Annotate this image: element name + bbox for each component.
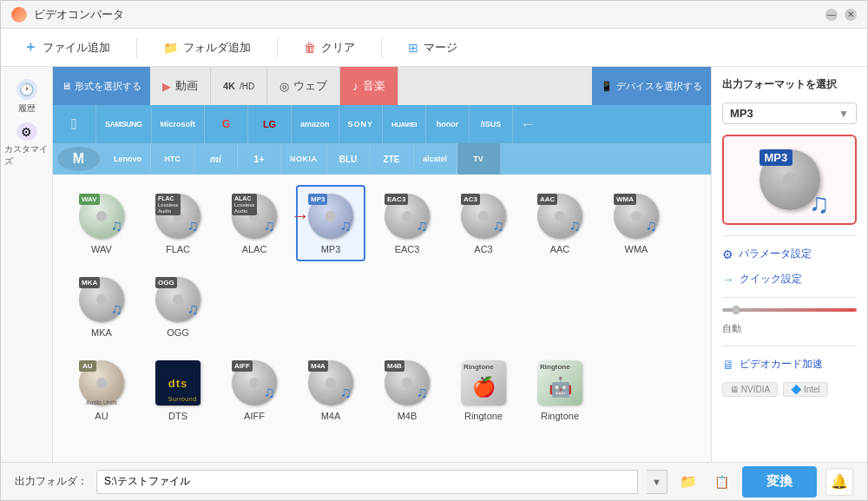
mka-note: ♫ bbox=[111, 300, 123, 319]
m4a-badge: M4A bbox=[308, 360, 328, 372]
au-sub: Audio Units bbox=[79, 399, 124, 405]
brand-oneplus[interactable]: 1+ bbox=[238, 143, 281, 175]
brand-amazon[interactable]: amazon bbox=[292, 105, 339, 143]
format-item-eac3[interactable]: EAC3 ♫ EAC3 bbox=[372, 185, 442, 261]
brand-tv[interactable]: TV bbox=[457, 143, 501, 175]
tab-4khd[interactable]: 4K /HD bbox=[211, 67, 267, 105]
format-item-dts[interactable]: dts Surround DTS bbox=[143, 352, 213, 428]
mp3-icon: → MP3 ♫ bbox=[306, 192, 355, 241]
wma-label: WMA bbox=[625, 244, 648, 254]
quick-settings-row[interactable]: → クイック設定 bbox=[722, 272, 857, 287]
au-label: AU bbox=[95, 411, 108, 421]
param-icon: ⚙ bbox=[722, 247, 733, 261]
mka-label: MKA bbox=[91, 327, 112, 338]
ogg-label: OGG bbox=[167, 327, 189, 338]
copy-path-button[interactable]: 📋 bbox=[709, 470, 733, 494]
m4b-badge: M4B bbox=[385, 360, 404, 372]
format-item-ringtone-ios[interactable]: Ringtone 🍎 Ringtone bbox=[449, 352, 518, 428]
format-item-wma[interactable]: WMA ♫ WMA bbox=[602, 185, 671, 261]
close-button[interactable]: ✕ bbox=[845, 9, 857, 21]
convert-button[interactable]: 変換 bbox=[742, 466, 817, 498]
rp-divider-1 bbox=[722, 235, 857, 236]
brand-motorola[interactable]: M bbox=[57, 147, 101, 171]
format-select-row[interactable]: MP3 ▼ bbox=[722, 102, 857, 124]
brand-sony[interactable]: SONY bbox=[339, 105, 384, 143]
brand-mi[interactable]: mi bbox=[194, 143, 238, 175]
dropdown-arrow-icon: ▼ bbox=[838, 108, 849, 120]
brand-microsoft[interactable]: Microsoft bbox=[152, 105, 206, 143]
app-icon bbox=[11, 7, 27, 23]
format-item-alac[interactable]: ALACLosslessAudio ♫ ALAC bbox=[220, 185, 289, 261]
param-settings-row[interactable]: ⚙ パラメータ設定 bbox=[722, 247, 857, 261]
brand-alcatel[interactable]: alcatel bbox=[414, 143, 457, 175]
format-item-aiff[interactable]: AIFF ♫ AIFF bbox=[220, 352, 289, 428]
ringtone-ios-symbol: 🍎 bbox=[472, 376, 496, 399]
clear-button[interactable]: 🗑 クリア bbox=[295, 35, 364, 61]
gpu-accel-row[interactable]: 🖥 ビデオカード加速 bbox=[722, 357, 857, 372]
mka-icon: MKA ♫ bbox=[77, 275, 126, 324]
history-icon: 🕐 bbox=[16, 79, 37, 100]
tab-video[interactable]: ▶ 動画 bbox=[150, 67, 211, 105]
brand-nokia[interactable]: NOKIA bbox=[281, 143, 327, 175]
wma-note: ♫ bbox=[646, 217, 658, 235]
format-item-flac[interactable]: FLACLosslessAudio ♫ FLAC bbox=[143, 185, 213, 261]
path-dropdown-button[interactable]: ▼ bbox=[647, 470, 667, 494]
mp3-preview-icon: MP3 ♫ bbox=[755, 145, 825, 214]
brand-zte[interactable]: ZTE bbox=[371, 143, 414, 175]
ac3-badge: AC3 bbox=[461, 194, 480, 205]
brand-google[interactable]: G bbox=[205, 105, 248, 143]
alac-note: ♫ bbox=[264, 217, 276, 235]
merge-button[interactable]: ⊞ マージ bbox=[399, 35, 466, 61]
format-item-wav[interactable]: WAV ♫ WAV bbox=[67, 185, 136, 261]
slider-row[interactable] bbox=[722, 308, 857, 312]
brand-honor[interactable]: honor bbox=[426, 105, 470, 143]
browse-folder-button[interactable]: 📁 bbox=[676, 470, 700, 494]
format-item-m4a[interactable]: M4A ♫ M4A bbox=[296, 352, 365, 428]
brand-lg[interactable]: LG bbox=[248, 105, 292, 143]
add-file-button[interactable]: ＋ ファイル追加 bbox=[15, 33, 119, 62]
brand-htc[interactable]: HTC bbox=[151, 143, 194, 175]
gpu-icon: 🖥 bbox=[722, 358, 734, 372]
4khd-label: 4K bbox=[223, 81, 235, 91]
aiff-note: ♫ bbox=[264, 384, 276, 402]
right-panel: 出力フォーマットを選択 MP3 ▼ MP3 ♫ ⚙ パラメータ設定 bbox=[711, 67, 867, 462]
brand-lenovo[interactable]: Lenovo bbox=[105, 143, 151, 175]
format-item-m4b[interactable]: M4B ♫ M4B bbox=[372, 352, 442, 428]
slider-thumb[interactable] bbox=[732, 306, 740, 314]
minimize-button[interactable]: — bbox=[825, 9, 838, 21]
video-icon: ▶ bbox=[162, 80, 171, 93]
add-folder-button[interactable]: 📁 フォルダ追加 bbox=[155, 35, 260, 61]
quick-settings-label: クイック設定 bbox=[740, 272, 802, 287]
brand-samsung[interactable]: SAMSUNG bbox=[96, 105, 152, 143]
format-item-mp3[interactable]: → MP3 ♫ MP3 bbox=[296, 185, 365, 261]
flac-badge: FLACLosslessAudio bbox=[155, 194, 181, 215]
format-item-au[interactable]: AU Audio Units AU bbox=[67, 352, 136, 428]
app-title: ビデオコンバータ bbox=[34, 7, 124, 23]
plus-icon: ＋ bbox=[23, 38, 37, 56]
brand-blu[interactable]: BLU bbox=[327, 143, 371, 175]
format-item-aac[interactable]: AAC ♫ AAC bbox=[525, 185, 595, 261]
dts-icon: dts Surround bbox=[154, 359, 202, 407]
sidebar-item-customize[interactable]: ⚙ カスタマイズ bbox=[4, 122, 49, 168]
wma-icon: WMA ♫ bbox=[612, 192, 661, 241]
format-item-mka[interactable]: MKA ♫ MKA bbox=[67, 268, 136, 345]
ringtone-android-label: Ringtone bbox=[541, 411, 579, 421]
dts-surround-text: Surround bbox=[168, 396, 197, 402]
ac3-label: AC3 bbox=[474, 244, 492, 254]
quality-slider[interactable] bbox=[722, 308, 857, 312]
tab-audio[interactable]: ♪ 音楽 bbox=[340, 67, 398, 105]
video-label: 動画 bbox=[175, 78, 198, 94]
brand-huawei[interactable]: HUAWEI bbox=[383, 105, 426, 143]
format-item-ogg[interactable]: OGG ♫ OGG bbox=[143, 268, 213, 345]
ringtone-android-symbol: 🤖 bbox=[549, 376, 572, 399]
format-item-ac3[interactable]: AC3 ♫ AC3 bbox=[449, 185, 518, 261]
alarm-button[interactable]: 🔔 bbox=[825, 468, 853, 496]
brand-apple[interactable]:  bbox=[53, 105, 96, 143]
ringtone-android-icon: Ringtone 🤖 bbox=[536, 359, 584, 407]
brand-asus[interactable]: /ISUS bbox=[470, 105, 513, 143]
mp3-note: ♫ bbox=[340, 217, 352, 235]
sidebar-item-history[interactable]: 🕐 履歴 bbox=[4, 74, 49, 119]
output-path-input[interactable] bbox=[96, 470, 638, 494]
format-item-ringtone-android[interactable]: Ringtone 🤖 Ringtone bbox=[525, 352, 595, 428]
tab-web[interactable]: ◎ ウェブ bbox=[267, 67, 340, 105]
